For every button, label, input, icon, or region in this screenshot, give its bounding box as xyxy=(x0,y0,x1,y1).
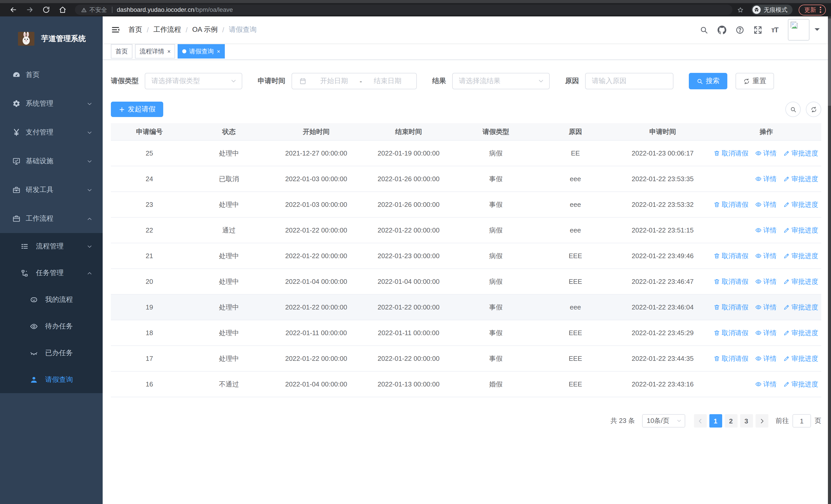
search-icon[interactable] xyxy=(699,25,708,34)
detail-action-link[interactable]: 详情 xyxy=(755,200,777,209)
create-leave-button[interactable]: 发起请假 xyxy=(111,101,163,117)
cell-status: 不通过 xyxy=(188,380,270,389)
detail-action-link[interactable]: 详情 xyxy=(755,328,777,337)
detail-action-link[interactable]: 详情 xyxy=(755,174,777,183)
detail-action-link[interactable]: 详情 xyxy=(755,149,777,158)
sidebar-item-done-tasks[interactable]: 已办任务 xyxy=(0,340,103,366)
sidebar-item-payment[interactable]: 支付管理 xyxy=(0,118,103,147)
page-size-select[interactable]: 10条/页 xyxy=(642,414,685,427)
table-row[interactable]: 25处理中2021-12-27 00:00:002022-01-19 00:00… xyxy=(111,141,821,166)
sidebar-item-todo-tasks[interactable]: 待办任务 xyxy=(0,313,103,340)
back-arrow-icon[interactable] xyxy=(9,6,18,14)
leave-type-select[interactable]: 请选择请假类型 xyxy=(145,73,242,89)
progress-action-link[interactable]: 审批进度 xyxy=(783,200,818,209)
bookmark-star-icon[interactable] xyxy=(737,6,744,13)
sidebar-item-my-process[interactable]: 我的流程 xyxy=(0,287,103,313)
tab-process-detail[interactable]: 流程详情 × xyxy=(135,44,175,59)
table-row[interactable]: 17处理中2022-01-22 00:00:002022-01-22 00:00… xyxy=(111,346,821,372)
breadcrumb-item[interactable]: 首页 xyxy=(128,25,142,34)
tab-home[interactable]: 首页 xyxy=(111,44,133,59)
detail-action-link[interactable]: 详情 xyxy=(755,277,777,286)
cancel-action-link[interactable]: 取消请假 xyxy=(713,251,748,261)
detail-action-link[interactable]: 详情 xyxy=(755,251,777,261)
detail-action-link[interactable]: 详情 xyxy=(755,380,777,389)
sidebar-item-home[interactable]: 首页 xyxy=(0,61,103,89)
detail-action-link[interactable]: 详情 xyxy=(755,302,777,312)
cell-start: 2022-01-22 00:00:00 xyxy=(270,252,362,260)
detail-action-link[interactable]: 详情 xyxy=(755,226,777,235)
sidebar-item-system[interactable]: 系统管理 xyxy=(0,89,103,118)
table-refresh-button[interactable] xyxy=(806,101,821,117)
scrollbar[interactable] xyxy=(828,17,831,504)
cancel-action-link[interactable]: 取消请假 xyxy=(713,354,748,363)
home-icon[interactable] xyxy=(58,6,67,14)
github-icon[interactable] xyxy=(717,25,726,34)
sidebar-item-infra[interactable]: 基础设施 xyxy=(0,147,103,176)
column-header: 原因 xyxy=(537,127,614,136)
next-page-button[interactable] xyxy=(755,414,768,427)
cell-apply_time: 2022-01-22 23:46:47 xyxy=(614,278,711,285)
cancel-action-link[interactable]: 取消请假 xyxy=(713,200,748,209)
progress-action-link[interactable]: 审批进度 xyxy=(783,302,818,312)
close-icon[interactable]: × xyxy=(217,49,220,54)
progress-action-link[interactable]: 审批进度 xyxy=(783,174,818,183)
breadcrumb-item[interactable]: OA 示例 xyxy=(192,25,218,34)
table-row[interactable]: 16不通过2022-01-04 00:00:002022-01-13 00:00… xyxy=(111,372,821,397)
table-row[interactable]: 22通过2022-01-22 00:00:002022-01-22 00:00:… xyxy=(111,217,821,243)
prev-page-button[interactable] xyxy=(694,414,707,427)
progress-action-link[interactable]: 审批进度 xyxy=(783,328,818,337)
table-search-toggle-button[interactable] xyxy=(785,101,801,117)
magnifier-icon xyxy=(696,78,703,84)
sidebar-toggle-icon[interactable] xyxy=(111,25,120,34)
sidebar-item-leave-query[interactable]: 请假查询 xyxy=(0,366,103,393)
progress-action-link[interactable]: 审批进度 xyxy=(783,251,818,261)
update-button[interactable]: 更新 xyxy=(799,4,826,15)
sidebar-logo[interactable]: 芋道管理系统 xyxy=(0,17,103,61)
table-row[interactable]: 18处理中2022-01-11 00:00:002022-01-11 00:00… xyxy=(111,320,821,346)
progress-action-link[interactable]: 审批进度 xyxy=(783,226,818,235)
progress-action-link[interactable]: 审批进度 xyxy=(783,277,818,286)
cancel-action-link[interactable]: 取消请假 xyxy=(713,328,748,337)
avatar[interactable] xyxy=(788,19,809,40)
sidebar-item-task-mgmt[interactable]: 任务管理 xyxy=(0,260,103,287)
forward-arrow-icon[interactable] xyxy=(26,6,34,14)
tab-leave-query[interactable]: 请假查询 × xyxy=(178,44,225,59)
page-button-3[interactable]: 3 xyxy=(740,414,753,427)
progress-action-link[interactable]: 审批进度 xyxy=(783,149,818,158)
trash-icon xyxy=(713,304,720,310)
breadcrumb-item[interactable]: 工作流程 xyxy=(153,25,181,34)
apply-time-range-picker[interactable]: 开始日期 - 结束日期 xyxy=(291,73,417,89)
table-row[interactable]: 20处理中2022-01-04 00:00:002022-01-04 00:00… xyxy=(111,269,821,295)
sidebar-item-workflow[interactable]: 工作流程 xyxy=(0,204,103,233)
page-button-1[interactable]: 1 xyxy=(709,414,722,427)
page-button-2[interactable]: 2 xyxy=(724,414,737,427)
table-row[interactable]: 24已取消2022-01-03 00:00:002022-01-26 00:00… xyxy=(111,166,821,192)
table-row[interactable]: 23处理中2022-01-03 00:00:002022-01-26 00:00… xyxy=(111,192,821,217)
fullscreen-icon[interactable] xyxy=(753,25,762,34)
close-icon[interactable]: × xyxy=(167,49,171,54)
reset-button[interactable]: 重置 xyxy=(736,73,774,89)
cancel-action-link[interactable]: 取消请假 xyxy=(713,277,748,286)
eye-closed-icon xyxy=(30,349,38,357)
kebab-menu-icon[interactable] xyxy=(820,7,821,13)
incognito-icon xyxy=(753,7,760,13)
reload-icon[interactable] xyxy=(42,6,50,14)
scrollbar-thumb[interactable] xyxy=(828,19,831,106)
address-bar[interactable]: 不安全 dashboard.yudao.iocoder.cn/bpm/oa/le… xyxy=(75,5,733,15)
avatar-caret-icon[interactable] xyxy=(814,28,820,33)
search-button[interactable]: 搜索 xyxy=(689,73,727,89)
cancel-action-link[interactable]: 取消请假 xyxy=(713,302,748,312)
reason-input[interactable]: 请输入原因 xyxy=(585,73,674,89)
progress-action-link[interactable]: 审批进度 xyxy=(783,354,818,363)
progress-action-link[interactable]: 审批进度 xyxy=(783,380,818,389)
detail-action-link[interactable]: 详情 xyxy=(755,354,777,363)
goto-page-input[interactable]: 1 xyxy=(793,414,811,427)
sidebar-item-process-mgmt[interactable]: 流程管理 xyxy=(0,233,103,260)
table-row[interactable]: 19处理中2022-01-22 00:00:002022-01-22 00:00… xyxy=(111,295,821,320)
table-row[interactable]: 21处理中2022-01-22 00:00:002022-01-23 00:00… xyxy=(111,243,821,269)
result-select[interactable]: 请选择流结果 xyxy=(452,73,550,89)
cancel-action-link[interactable]: 取消请假 xyxy=(713,149,748,158)
help-icon[interactable] xyxy=(735,25,744,34)
sidebar-item-devtools[interactable]: 研发工具 xyxy=(0,176,103,204)
font-size-icon[interactable]: тT xyxy=(771,26,778,34)
